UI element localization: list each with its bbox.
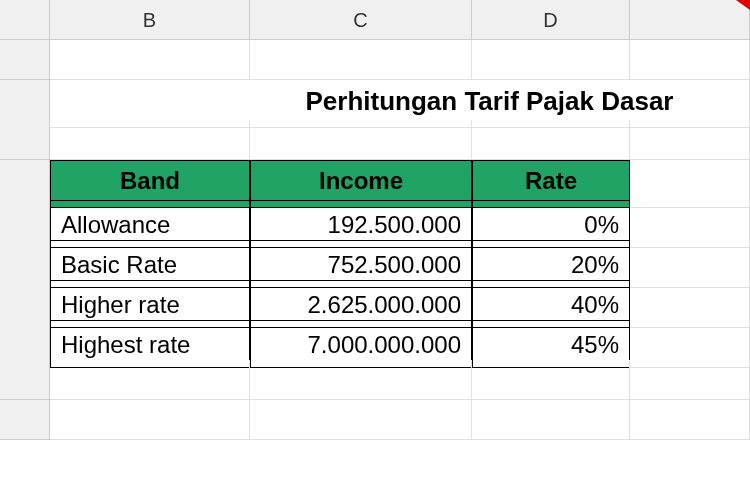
col-header-d[interactable]: D <box>472 0 630 40</box>
col-header-b[interactable]: B <box>50 0 250 40</box>
cell[interactable] <box>250 360 472 400</box>
spreadsheet-grid: B C D Perhitungan Tarif Pajak Dasar Band… <box>0 0 750 440</box>
row-header[interactable] <box>0 400 50 440</box>
cell[interactable] <box>50 360 250 400</box>
cell[interactable] <box>50 400 250 440</box>
corner-cell <box>0 0 50 40</box>
cell[interactable] <box>472 120 630 160</box>
row-header[interactable] <box>0 360 50 400</box>
row-header[interactable] <box>0 40 50 80</box>
cell[interactable] <box>472 40 630 80</box>
cell[interactable] <box>630 400 750 440</box>
cell[interactable] <box>250 120 472 160</box>
cell[interactable] <box>50 40 250 80</box>
cell[interactable] <box>472 400 630 440</box>
cell[interactable] <box>250 400 472 440</box>
cell[interactable] <box>630 120 750 160</box>
cell[interactable] <box>50 120 250 160</box>
col-header-c[interactable]: C <box>250 0 472 40</box>
col-header-e[interactable] <box>630 0 750 40</box>
cell[interactable] <box>250 40 472 80</box>
cell[interactable] <box>630 40 750 80</box>
row-header[interactable] <box>0 120 50 160</box>
cell[interactable] <box>472 360 630 400</box>
cell[interactable] <box>630 360 750 400</box>
